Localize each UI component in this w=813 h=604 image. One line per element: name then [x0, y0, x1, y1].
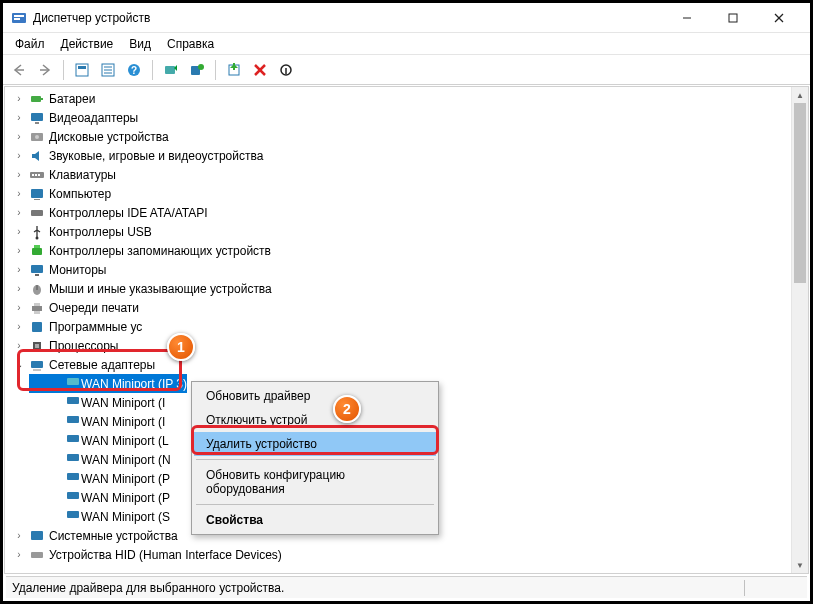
context-menu-properties[interactable]: Свойства	[194, 508, 436, 532]
svg-rect-33	[38, 174, 40, 176]
chevron-right-icon[interactable]: ›	[13, 549, 25, 561]
svg-rect-36	[31, 210, 43, 216]
tree-category-network-adapters[interactable]: ⌄ Сетевые адаптеры	[29, 355, 808, 374]
close-button[interactable]	[756, 3, 802, 33]
vertical-scrollbar[interactable]: ▲ ▼	[791, 87, 808, 573]
context-menu-scan-hardware[interactable]: Обновить конфигурацию оборудования	[194, 463, 436, 501]
chevron-right-icon[interactable]: ›	[13, 93, 25, 105]
chevron-right-icon[interactable]: ›	[13, 264, 25, 276]
chevron-right-icon[interactable]: ›	[13, 207, 25, 219]
network-icon	[65, 507, 81, 526]
svg-rect-61	[31, 552, 43, 558]
device-label: WAN Miniport (P	[81, 491, 170, 505]
menu-action[interactable]: Действие	[53, 35, 122, 53]
tree-device-wan-miniport[interactable]: WAN Miniport (IP 3)	[29, 374, 187, 393]
software-icon	[29, 319, 45, 335]
maximize-button[interactable]	[710, 3, 756, 33]
tree-category-ide[interactable]: › Контроллеры IDE ATA/ATAPI	[29, 203, 808, 222]
nav-forward-button[interactable]	[33, 58, 57, 82]
category-label: Очереди печати	[49, 301, 139, 315]
scroll-thumb[interactable]	[794, 103, 806, 283]
printer-icon	[29, 300, 45, 316]
menu-view[interactable]: Вид	[121, 35, 159, 53]
tree-category-display-adapters[interactable]: › Видеоадаптеры	[29, 108, 808, 127]
uninstall-device-button[interactable]	[248, 58, 272, 82]
tree-category-processors[interactable]: › Процессоры	[29, 336, 808, 355]
nav-back-button[interactable]	[7, 58, 31, 82]
statusbar: Удаление драйвера для выбранного устройс…	[6, 576, 807, 598]
chevron-right-icon[interactable]: ›	[13, 188, 25, 200]
help-button[interactable]: ?	[122, 58, 146, 82]
category-label: Звуковые, игровые и видеоустройства	[49, 149, 263, 163]
titlebar: Диспетчер устройств	[3, 3, 810, 33]
tree-category-computer[interactable]: › Компьютер	[29, 184, 808, 203]
network-icon	[65, 450, 81, 469]
disable-device-button[interactable]	[274, 58, 298, 82]
svg-rect-40	[31, 265, 43, 273]
chevron-right-icon[interactable]: ›	[13, 150, 25, 162]
audio-icon	[29, 148, 45, 164]
minimize-button[interactable]	[664, 3, 710, 33]
chevron-right-icon[interactable]: ›	[13, 340, 25, 352]
tree-category-mice[interactable]: › Мыши и иные указывающие устройства	[29, 279, 808, 298]
scroll-down-icon[interactable]: ▼	[792, 557, 808, 573]
svg-rect-53	[67, 397, 79, 404]
view-options-button[interactable]	[96, 58, 120, 82]
menu-file[interactable]: Файл	[7, 35, 53, 53]
svg-point-19	[198, 64, 204, 70]
update-driver-button[interactable]	[185, 58, 209, 82]
network-icon	[65, 393, 81, 412]
svg-rect-26	[31, 113, 43, 121]
context-menu-disable-device[interactable]: Отключить устрой	[194, 408, 436, 432]
tree-category-batteries[interactable]: › Батареи	[29, 89, 808, 108]
category-label: Контроллеры USB	[49, 225, 152, 239]
chevron-right-icon[interactable]: ›	[13, 131, 25, 143]
ide-icon	[29, 205, 45, 221]
annotation-badge-1: 1	[167, 333, 195, 361]
enable-device-button[interactable]	[222, 58, 246, 82]
context-menu-update-driver[interactable]: Обновить драйвер	[194, 384, 436, 408]
chevron-right-icon[interactable]: ›	[13, 226, 25, 238]
device-label: WAN Miniport (P	[81, 472, 170, 486]
tree-category-software-devices[interactable]: › Программные ус	[29, 317, 808, 336]
scroll-up-icon[interactable]: ▲	[792, 87, 808, 103]
svg-rect-25	[41, 98, 43, 100]
chevron-right-icon[interactable]: ›	[13, 283, 25, 295]
usb-icon	[29, 224, 45, 240]
chevron-right-icon[interactable]: ›	[13, 321, 25, 333]
chevron-right-icon[interactable]: ›	[13, 302, 25, 314]
keyboard-icon	[29, 167, 45, 183]
chevron-down-icon[interactable]: ⌄	[13, 359, 25, 371]
svg-rect-2	[14, 18, 20, 20]
chevron-right-icon[interactable]: ›	[13, 112, 25, 124]
tree-category-usb[interactable]: › Контроллеры USB	[29, 222, 808, 241]
device-label: WAN Miniport (IP 3)	[81, 377, 187, 391]
chevron-right-icon[interactable]: ›	[13, 245, 25, 257]
scan-hardware-button[interactable]	[159, 58, 183, 82]
svg-rect-9	[76, 64, 88, 76]
tree-category-keyboards[interactable]: › Клавиатуры	[29, 165, 808, 184]
category-label: Видеоадаптеры	[49, 111, 138, 125]
network-icon	[65, 469, 81, 488]
context-menu-uninstall-device[interactable]: Удалить устройство	[194, 432, 436, 456]
hid-icon	[29, 547, 45, 563]
device-label: WAN Miniport (I	[81, 415, 165, 429]
category-label: Батареи	[49, 92, 95, 106]
tree-category-hid[interactable]: › Устройства HID (Human Interface Device…	[29, 545, 808, 564]
chevron-right-icon[interactable]: ›	[13, 169, 25, 181]
category-label: Системные устройства	[49, 529, 178, 543]
tree-category-storage-controllers[interactable]: › Контроллеры запоминающих устройств	[29, 241, 808, 260]
category-label: Контроллеры IDE ATA/ATAPI	[49, 206, 208, 220]
show-hidden-button[interactable]	[70, 58, 94, 82]
chevron-right-icon[interactable]: ›	[13, 530, 25, 542]
tree-category-audio[interactable]: › Звуковые, игровые и видеоустройства	[29, 146, 808, 165]
svg-rect-41	[35, 274, 39, 276]
tree-category-monitors[interactable]: › Мониторы	[29, 260, 808, 279]
category-label: Устройства HID (Human Interface Devices)	[49, 548, 282, 562]
mouse-icon	[29, 281, 45, 297]
svg-point-29	[35, 135, 39, 139]
tree-category-print-queues[interactable]: › Очереди печати	[29, 298, 808, 317]
tree-category-disk-drives[interactable]: › Дисковые устройства	[29, 127, 808, 146]
device-label: WAN Miniport (L	[81, 434, 169, 448]
menu-help[interactable]: Справка	[159, 35, 222, 53]
